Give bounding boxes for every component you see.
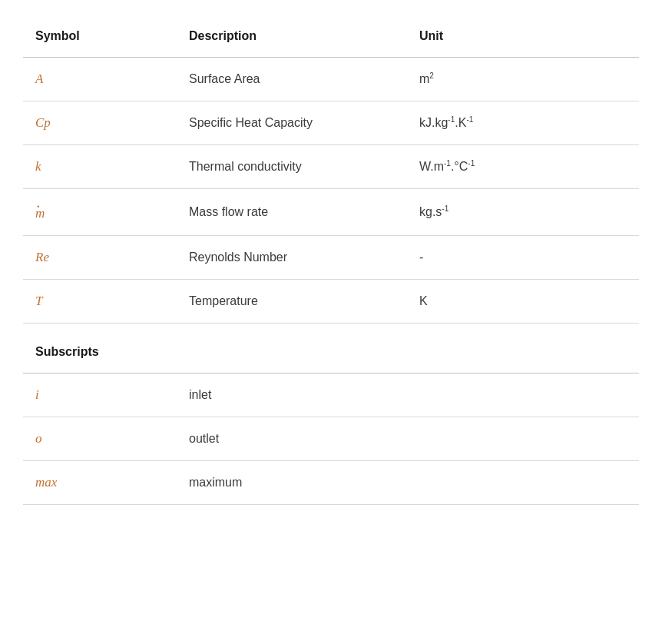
subscripts-header-row: Subscripts [23,324,639,373]
description-cell: Temperature [177,280,407,324]
symbol-cell: Cp [23,101,177,145]
unit-cell: kJ.kg-1.K-1 [407,101,639,145]
table-row: A Surface Area m2 [23,58,639,101]
subscript-symbol-i: i [23,373,177,417]
table-header-row: Symbol Description Unit [23,15,639,58]
symbol-cell: T [23,280,177,324]
unit-cell: m2 [407,58,639,101]
header-symbol: Symbol [23,15,177,58]
subscript-row-max: max maximum [23,461,639,505]
symbol-cell: A [23,58,177,101]
table-row: Cp Specific Heat Capacity kJ.kg-1.K-1 [23,101,639,145]
subscript-row-i: i inlet [23,373,639,417]
table-row: · m Mass flow rate kg.s-1 [23,189,639,236]
subscript-symbol-max: max [23,461,177,505]
table-row: k Thermal conductivity W.m-1.°C-1 [23,145,639,189]
description-cell: Thermal conductivity [177,145,407,189]
nomenclature-table: Symbol Description Unit A Surface Area m… [23,15,639,505]
unit-cell: W.m-1.°C-1 [407,145,639,189]
subscripts-label: Subscripts [23,324,177,373]
unit-cell: kg.s-1 [407,189,639,236]
header-description: Description [177,15,407,58]
description-cell: Mass flow rate [177,189,407,236]
unit-cell: - [407,236,639,280]
subscript-symbol-o: o [23,417,177,461]
unit-cell: K [407,280,639,324]
subscript-description-o: outlet [177,417,639,461]
subscript-description-i: inlet [177,373,639,417]
table-row: T Temperature K [23,280,639,324]
table-row: Re Reynolds Number - [23,236,639,280]
description-cell: Specific Heat Capacity [177,101,407,145]
subscripts-header-empty [177,324,639,373]
symbol-cell: · m [23,189,177,236]
description-cell: Surface Area [177,58,407,101]
description-cell: Reynolds Number [177,236,407,280]
symbol-cell: Re [23,236,177,280]
subscript-description-max: maximum [177,461,639,505]
subscript-row-o: o outlet [23,417,639,461]
symbol-cell: k [23,145,177,189]
header-unit: Unit [407,15,639,58]
